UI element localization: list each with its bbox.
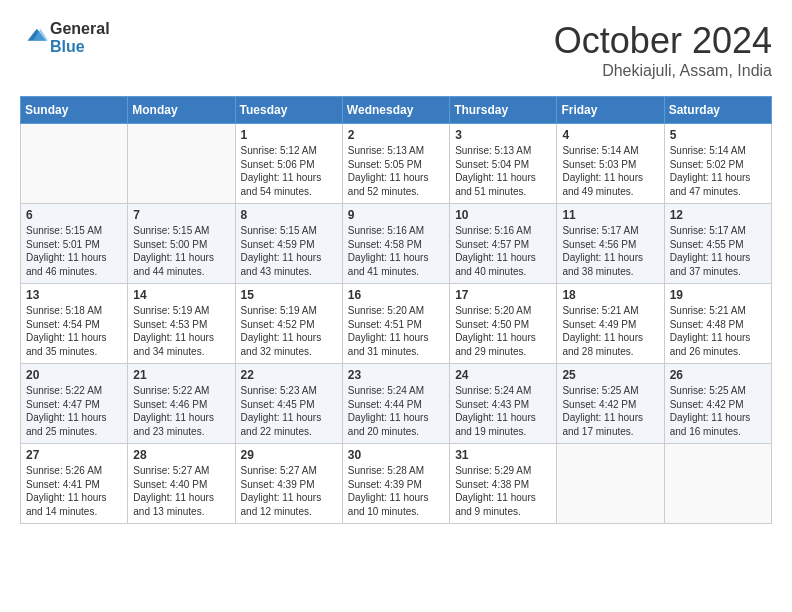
calendar-table: SundayMondayTuesdayWednesdayThursdayFrid… xyxy=(20,96,772,524)
page-header: General Blue October 2024 Dhekiajuli, As… xyxy=(20,20,772,80)
day-cell: 28Sunrise: 5:27 AMSunset: 4:40 PMDayligh… xyxy=(128,444,235,524)
day-info: Sunrise: 5:17 AMSunset: 4:55 PMDaylight:… xyxy=(670,224,766,278)
day-number: 3 xyxy=(455,128,551,142)
day-info: Sunrise: 5:25 AMSunset: 4:42 PMDaylight:… xyxy=(562,384,658,438)
day-info: Sunrise: 5:29 AMSunset: 4:38 PMDaylight:… xyxy=(455,464,551,518)
day-number: 25 xyxy=(562,368,658,382)
day-cell: 2Sunrise: 5:13 AMSunset: 5:05 PMDaylight… xyxy=(342,124,449,204)
day-number: 2 xyxy=(348,128,444,142)
day-cell: 16Sunrise: 5:20 AMSunset: 4:51 PMDayligh… xyxy=(342,284,449,364)
day-info: Sunrise: 5:13 AMSunset: 5:05 PMDaylight:… xyxy=(348,144,444,198)
day-cell: 18Sunrise: 5:21 AMSunset: 4:49 PMDayligh… xyxy=(557,284,664,364)
day-number: 23 xyxy=(348,368,444,382)
day-info: Sunrise: 5:13 AMSunset: 5:04 PMDaylight:… xyxy=(455,144,551,198)
day-number: 18 xyxy=(562,288,658,302)
day-info: Sunrise: 5:14 AMSunset: 5:02 PMDaylight:… xyxy=(670,144,766,198)
day-cell: 15Sunrise: 5:19 AMSunset: 4:52 PMDayligh… xyxy=(235,284,342,364)
day-number: 13 xyxy=(26,288,122,302)
day-number: 21 xyxy=(133,368,229,382)
day-cell: 12Sunrise: 5:17 AMSunset: 4:55 PMDayligh… xyxy=(664,204,771,284)
day-info: Sunrise: 5:22 AMSunset: 4:46 PMDaylight:… xyxy=(133,384,229,438)
day-number: 4 xyxy=(562,128,658,142)
day-number: 22 xyxy=(241,368,337,382)
column-header-tuesday: Tuesday xyxy=(235,97,342,124)
column-header-friday: Friday xyxy=(557,97,664,124)
day-number: 29 xyxy=(241,448,337,462)
day-info: Sunrise: 5:12 AMSunset: 5:06 PMDaylight:… xyxy=(241,144,337,198)
day-info: Sunrise: 5:27 AMSunset: 4:40 PMDaylight:… xyxy=(133,464,229,518)
day-info: Sunrise: 5:18 AMSunset: 4:54 PMDaylight:… xyxy=(26,304,122,358)
day-info: Sunrise: 5:22 AMSunset: 4:47 PMDaylight:… xyxy=(26,384,122,438)
day-number: 11 xyxy=(562,208,658,222)
day-cell: 27Sunrise: 5:26 AMSunset: 4:41 PMDayligh… xyxy=(21,444,128,524)
day-cell: 17Sunrise: 5:20 AMSunset: 4:50 PMDayligh… xyxy=(450,284,557,364)
day-cell: 14Sunrise: 5:19 AMSunset: 4:53 PMDayligh… xyxy=(128,284,235,364)
day-number: 9 xyxy=(348,208,444,222)
day-number: 28 xyxy=(133,448,229,462)
column-header-sunday: Sunday xyxy=(21,97,128,124)
day-number: 8 xyxy=(241,208,337,222)
month-title: October 2024 xyxy=(554,20,772,62)
week-row-5: 27Sunrise: 5:26 AMSunset: 4:41 PMDayligh… xyxy=(21,444,772,524)
logo-blue: Blue xyxy=(50,38,110,56)
day-cell: 11Sunrise: 5:17 AMSunset: 4:56 PMDayligh… xyxy=(557,204,664,284)
calendar-header-row: SundayMondayTuesdayWednesdayThursdayFrid… xyxy=(21,97,772,124)
day-info: Sunrise: 5:19 AMSunset: 4:53 PMDaylight:… xyxy=(133,304,229,358)
day-cell: 29Sunrise: 5:27 AMSunset: 4:39 PMDayligh… xyxy=(235,444,342,524)
week-row-1: 1Sunrise: 5:12 AMSunset: 5:06 PMDaylight… xyxy=(21,124,772,204)
day-cell: 5Sunrise: 5:14 AMSunset: 5:02 PMDaylight… xyxy=(664,124,771,204)
day-cell xyxy=(128,124,235,204)
day-info: Sunrise: 5:25 AMSunset: 4:42 PMDaylight:… xyxy=(670,384,766,438)
day-cell: 25Sunrise: 5:25 AMSunset: 4:42 PMDayligh… xyxy=(557,364,664,444)
day-number: 16 xyxy=(348,288,444,302)
day-info: Sunrise: 5:21 AMSunset: 4:48 PMDaylight:… xyxy=(670,304,766,358)
day-info: Sunrise: 5:16 AMSunset: 4:58 PMDaylight:… xyxy=(348,224,444,278)
day-number: 1 xyxy=(241,128,337,142)
title-block: October 2024 Dhekiajuli, Assam, India xyxy=(554,20,772,80)
day-number: 20 xyxy=(26,368,122,382)
day-info: Sunrise: 5:15 AMSunset: 4:59 PMDaylight:… xyxy=(241,224,337,278)
week-row-2: 6Sunrise: 5:15 AMSunset: 5:01 PMDaylight… xyxy=(21,204,772,284)
logo-text: General Blue xyxy=(50,20,110,55)
day-cell: 19Sunrise: 5:21 AMSunset: 4:48 PMDayligh… xyxy=(664,284,771,364)
column-header-thursday: Thursday xyxy=(450,97,557,124)
day-cell: 22Sunrise: 5:23 AMSunset: 4:45 PMDayligh… xyxy=(235,364,342,444)
day-cell xyxy=(557,444,664,524)
day-info: Sunrise: 5:15 AMSunset: 5:00 PMDaylight:… xyxy=(133,224,229,278)
column-header-monday: Monday xyxy=(128,97,235,124)
logo: General Blue xyxy=(20,20,110,55)
day-info: Sunrise: 5:16 AMSunset: 4:57 PMDaylight:… xyxy=(455,224,551,278)
day-cell: 23Sunrise: 5:24 AMSunset: 4:44 PMDayligh… xyxy=(342,364,449,444)
day-number: 15 xyxy=(241,288,337,302)
day-number: 26 xyxy=(670,368,766,382)
day-number: 31 xyxy=(455,448,551,462)
day-cell xyxy=(664,444,771,524)
day-cell: 20Sunrise: 5:22 AMSunset: 4:47 PMDayligh… xyxy=(21,364,128,444)
day-info: Sunrise: 5:27 AMSunset: 4:39 PMDaylight:… xyxy=(241,464,337,518)
column-header-saturday: Saturday xyxy=(664,97,771,124)
day-info: Sunrise: 5:17 AMSunset: 4:56 PMDaylight:… xyxy=(562,224,658,278)
day-number: 14 xyxy=(133,288,229,302)
day-cell: 13Sunrise: 5:18 AMSunset: 4:54 PMDayligh… xyxy=(21,284,128,364)
day-number: 30 xyxy=(348,448,444,462)
day-cell: 1Sunrise: 5:12 AMSunset: 5:06 PMDaylight… xyxy=(235,124,342,204)
day-cell: 6Sunrise: 5:15 AMSunset: 5:01 PMDaylight… xyxy=(21,204,128,284)
day-info: Sunrise: 5:26 AMSunset: 4:41 PMDaylight:… xyxy=(26,464,122,518)
day-cell: 3Sunrise: 5:13 AMSunset: 5:04 PMDaylight… xyxy=(450,124,557,204)
day-number: 24 xyxy=(455,368,551,382)
day-info: Sunrise: 5:23 AMSunset: 4:45 PMDaylight:… xyxy=(241,384,337,438)
day-number: 19 xyxy=(670,288,766,302)
logo-general: General xyxy=(50,20,110,38)
day-cell xyxy=(21,124,128,204)
day-cell: 31Sunrise: 5:29 AMSunset: 4:38 PMDayligh… xyxy=(450,444,557,524)
day-cell: 26Sunrise: 5:25 AMSunset: 4:42 PMDayligh… xyxy=(664,364,771,444)
location-title: Dhekiajuli, Assam, India xyxy=(554,62,772,80)
day-cell: 10Sunrise: 5:16 AMSunset: 4:57 PMDayligh… xyxy=(450,204,557,284)
day-number: 17 xyxy=(455,288,551,302)
day-info: Sunrise: 5:14 AMSunset: 5:03 PMDaylight:… xyxy=(562,144,658,198)
day-cell: 8Sunrise: 5:15 AMSunset: 4:59 PMDaylight… xyxy=(235,204,342,284)
day-cell: 21Sunrise: 5:22 AMSunset: 4:46 PMDayligh… xyxy=(128,364,235,444)
day-cell: 30Sunrise: 5:28 AMSunset: 4:39 PMDayligh… xyxy=(342,444,449,524)
day-number: 7 xyxy=(133,208,229,222)
day-info: Sunrise: 5:21 AMSunset: 4:49 PMDaylight:… xyxy=(562,304,658,358)
